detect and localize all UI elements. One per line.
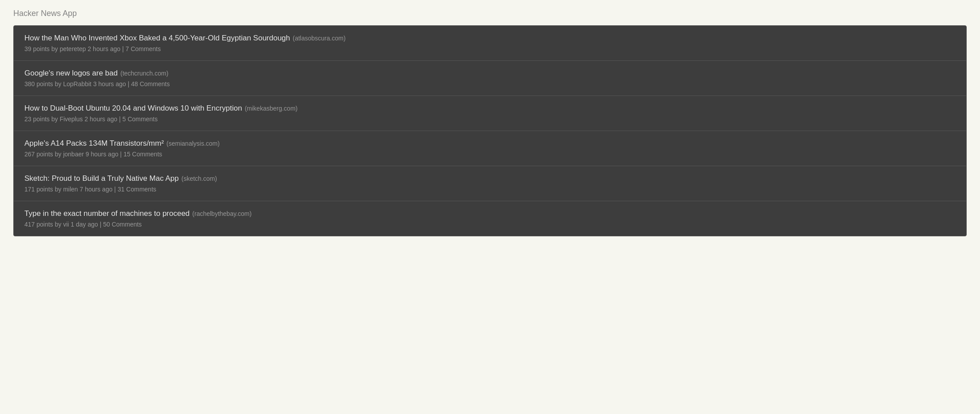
- news-title[interactable]: Apple's A14 Packs 134M Transistors/mm²: [24, 139, 164, 148]
- news-title[interactable]: Type in the exact number of machines to …: [24, 209, 190, 218]
- news-list: How the Man Who Invented Xbox Baked a 4,…: [13, 25, 967, 236]
- news-domain: (mikekasberg.com): [245, 105, 297, 112]
- news-meta: 171 points by milen 7 hours ago | 31 Com…: [24, 186, 956, 193]
- news-meta: 23 points by Fiveplus 2 hours ago | 5 Co…: [24, 115, 956, 123]
- news-item: How the Man Who Invented Xbox Baked a 4,…: [14, 26, 966, 61]
- news-meta: 39 points by peteretep 2 hours ago | 7 C…: [24, 45, 956, 52]
- news-domain: (techcrunch.com): [120, 70, 168, 77]
- news-domain: (atlasobscura.com): [293, 35, 346, 42]
- news-item: Google's new logos are bad(techcrunch.co…: [14, 61, 966, 96]
- news-title[interactable]: How the Man Who Invented Xbox Baked a 4,…: [24, 34, 290, 43]
- news-meta: 380 points by LopRabbit 3 hours ago | 48…: [24, 80, 956, 88]
- news-domain: (sketch.com): [182, 175, 217, 182]
- app-title: Hacker News App: [13, 9, 967, 18]
- news-item: Apple's A14 Packs 134M Transistors/mm²(s…: [14, 131, 966, 166]
- news-item: How to Dual-Boot Ubuntu 20.04 and Window…: [14, 96, 966, 131]
- news-domain: (rachelbythebay.com): [192, 210, 252, 217]
- news-item: Type in the exact number of machines to …: [14, 201, 966, 236]
- news-meta: 417 points by vii 1 day ago | 50 Comment…: [24, 221, 956, 228]
- news-title[interactable]: Sketch: Proud to Build a Truly Native Ma…: [24, 174, 179, 183]
- news-domain: (semianalysis.com): [166, 140, 220, 147]
- news-item: Sketch: Proud to Build a Truly Native Ma…: [14, 166, 966, 201]
- news-title[interactable]: How to Dual-Boot Ubuntu 20.04 and Window…: [24, 104, 242, 113]
- news-meta: 267 points by jonbaer 9 hours ago | 15 C…: [24, 151, 956, 158]
- news-title[interactable]: Google's new logos are bad: [24, 69, 118, 78]
